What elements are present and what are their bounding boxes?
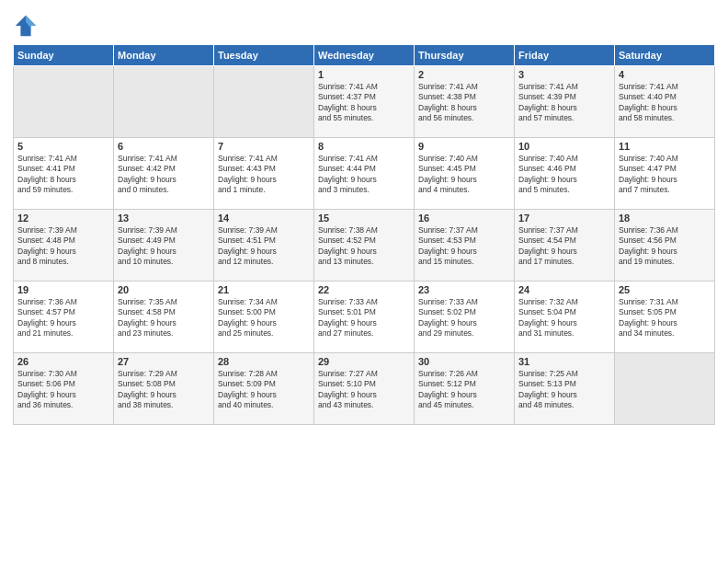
- cell-w2-d1: 5Sunrise: 7:41 AM Sunset: 4:41 PM Daylig…: [14, 138, 114, 210]
- day-number: 1: [318, 69, 410, 80]
- cell-w3-d7: 18Sunrise: 7:36 AM Sunset: 4:56 PM Dayli…: [615, 210, 715, 282]
- cell-w4-d6: 24Sunrise: 7:32 AM Sunset: 5:04 PM Dayli…: [515, 282, 615, 353]
- day-number: 21: [218, 284, 310, 295]
- day-number: 8: [318, 141, 410, 152]
- logo-icon: [13, 13, 39, 39]
- col-header-saturday: Saturday: [615, 45, 715, 66]
- day-number: 11: [619, 141, 711, 152]
- day-number: 2: [418, 69, 510, 80]
- cell-w5-d1: 26Sunrise: 7:30 AM Sunset: 5:06 PM Dayli…: [14, 353, 114, 425]
- day-number: 6: [118, 141, 210, 152]
- col-header-friday: Friday: [515, 45, 615, 66]
- day-info: Sunrise: 7:35 AM Sunset: 4:58 PM Dayligh…: [118, 297, 210, 339]
- day-number: 29: [318, 356, 410, 367]
- cell-w3-d5: 16Sunrise: 7:37 AM Sunset: 4:53 PM Dayli…: [415, 210, 515, 282]
- cell-w4-d3: 21Sunrise: 7:34 AM Sunset: 5:00 PM Dayli…: [214, 282, 314, 353]
- day-info: Sunrise: 7:40 AM Sunset: 4:47 PM Dayligh…: [619, 154, 711, 196]
- day-info: Sunrise: 7:39 AM Sunset: 4:49 PM Dayligh…: [118, 225, 210, 268]
- day-number: 18: [619, 213, 711, 224]
- cell-w5-d5: 30Sunrise: 7:26 AM Sunset: 5:12 PM Dayli…: [415, 353, 515, 425]
- day-number: 4: [619, 69, 711, 80]
- day-info: Sunrise: 7:36 AM Sunset: 4:57 PM Dayligh…: [17, 297, 109, 339]
- day-info: Sunrise: 7:39 AM Sunset: 4:48 PM Dayligh…: [17, 225, 109, 268]
- day-info: Sunrise: 7:41 AM Sunset: 4:38 PM Dayligh…: [418, 82, 510, 124]
- day-info: Sunrise: 7:33 AM Sunset: 5:02 PM Dayligh…: [418, 297, 510, 339]
- day-number: 30: [418, 356, 510, 367]
- day-info: Sunrise: 7:41 AM Sunset: 4:44 PM Dayligh…: [318, 154, 410, 196]
- day-number: 15: [318, 213, 410, 224]
- day-number: 31: [518, 356, 610, 367]
- day-info: Sunrise: 7:39 AM Sunset: 4:51 PM Dayligh…: [218, 225, 310, 268]
- day-number: 17: [518, 213, 610, 224]
- cell-w2-d5: 9Sunrise: 7:40 AM Sunset: 4:45 PM Daylig…: [415, 138, 515, 210]
- week-row-4: 19Sunrise: 7:36 AM Sunset: 4:57 PM Dayli…: [14, 282, 715, 353]
- day-info: Sunrise: 7:38 AM Sunset: 4:52 PM Dayligh…: [318, 225, 410, 268]
- cell-w4-d2: 20Sunrise: 7:35 AM Sunset: 4:58 PM Dayli…: [114, 282, 214, 353]
- day-info: Sunrise: 7:41 AM Sunset: 4:41 PM Dayligh…: [17, 154, 109, 196]
- day-info: Sunrise: 7:37 AM Sunset: 4:54 PM Dayligh…: [518, 225, 610, 268]
- cell-w4-d4: 22Sunrise: 7:33 AM Sunset: 5:01 PM Dayli…: [314, 282, 415, 353]
- col-header-thursday: Thursday: [415, 45, 515, 66]
- day-number: 14: [218, 213, 310, 224]
- col-header-tuesday: Tuesday: [214, 45, 314, 66]
- day-info: Sunrise: 7:41 AM Sunset: 4:43 PM Dayligh…: [218, 154, 310, 196]
- day-info: Sunrise: 7:33 AM Sunset: 5:01 PM Dayligh…: [318, 297, 410, 339]
- day-number: 13: [118, 213, 210, 224]
- cell-w1-d2: [114, 66, 214, 138]
- day-info: Sunrise: 7:41 AM Sunset: 4:39 PM Dayligh…: [518, 82, 610, 124]
- cell-w3-d6: 17Sunrise: 7:37 AM Sunset: 4:54 PM Dayli…: [515, 210, 615, 282]
- day-number: 5: [17, 141, 109, 152]
- cell-w3-d2: 13Sunrise: 7:39 AM Sunset: 4:49 PM Dayli…: [114, 210, 214, 282]
- week-row-3: 12Sunrise: 7:39 AM Sunset: 4:48 PM Dayli…: [14, 210, 715, 282]
- day-info: Sunrise: 7:29 AM Sunset: 5:08 PM Dayligh…: [118, 369, 210, 411]
- cell-w5-d3: 28Sunrise: 7:28 AM Sunset: 5:09 PM Dayli…: [214, 353, 314, 425]
- day-number: 20: [118, 284, 210, 295]
- day-info: Sunrise: 7:41 AM Sunset: 4:40 PM Dayligh…: [619, 82, 711, 124]
- col-header-sunday: Sunday: [14, 45, 114, 66]
- day-info: Sunrise: 7:26 AM Sunset: 5:12 PM Dayligh…: [418, 369, 510, 411]
- day-number: 26: [17, 356, 109, 367]
- day-info: Sunrise: 7:40 AM Sunset: 4:46 PM Dayligh…: [518, 154, 610, 196]
- cell-w5-d7: [615, 353, 715, 425]
- cell-w1-d3: [214, 66, 314, 138]
- col-header-wednesday: Wednesday: [314, 45, 415, 66]
- day-number: 25: [619, 284, 711, 295]
- cell-w2-d2: 6Sunrise: 7:41 AM Sunset: 4:42 PM Daylig…: [114, 138, 214, 210]
- cell-w2-d3: 7Sunrise: 7:41 AM Sunset: 4:43 PM Daylig…: [214, 138, 314, 210]
- cell-w5-d4: 29Sunrise: 7:27 AM Sunset: 5:10 PM Dayli…: [314, 353, 415, 425]
- week-row-2: 5Sunrise: 7:41 AM Sunset: 4:41 PM Daylig…: [14, 138, 715, 210]
- day-info: Sunrise: 7:27 AM Sunset: 5:10 PM Dayligh…: [318, 369, 410, 411]
- day-number: 3: [518, 69, 610, 80]
- col-header-monday: Monday: [114, 45, 214, 66]
- day-info: Sunrise: 7:41 AM Sunset: 4:42 PM Dayligh…: [118, 154, 210, 196]
- day-info: Sunrise: 7:41 AM Sunset: 4:37 PM Dayligh…: [318, 82, 410, 124]
- day-number: 12: [17, 213, 109, 224]
- day-number: 10: [518, 141, 610, 152]
- logo: [13, 13, 42, 39]
- cell-w1-d1: [14, 66, 114, 138]
- cell-w1-d6: 3Sunrise: 7:41 AM Sunset: 4:39 PM Daylig…: [515, 66, 615, 138]
- day-number: 24: [518, 284, 610, 295]
- calendar-table: SundayMondayTuesdayWednesdayThursdayFrid…: [13, 44, 715, 425]
- day-info: Sunrise: 7:28 AM Sunset: 5:09 PM Dayligh…: [218, 369, 310, 411]
- week-row-5: 26Sunrise: 7:30 AM Sunset: 5:06 PM Dayli…: [14, 353, 715, 425]
- day-number: 28: [218, 356, 310, 367]
- day-number: 22: [318, 284, 410, 295]
- cell-w1-d5: 2Sunrise: 7:41 AM Sunset: 4:38 PM Daylig…: [415, 66, 515, 138]
- day-number: 19: [17, 284, 109, 295]
- cell-w3-d3: 14Sunrise: 7:39 AM Sunset: 4:51 PM Dayli…: [214, 210, 314, 282]
- header-row: SundayMondayTuesdayWednesdayThursdayFrid…: [14, 45, 715, 66]
- week-row-1: 1Sunrise: 7:41 AM Sunset: 4:37 PM Daylig…: [14, 66, 715, 138]
- cell-w4-d1: 19Sunrise: 7:36 AM Sunset: 4:57 PM Dayli…: [14, 282, 114, 353]
- day-number: 9: [418, 141, 510, 152]
- day-info: Sunrise: 7:36 AM Sunset: 4:56 PM Dayligh…: [619, 225, 711, 268]
- cell-w2-d4: 8Sunrise: 7:41 AM Sunset: 4:44 PM Daylig…: [314, 138, 415, 210]
- page-container: SundayMondayTuesdayWednesdayThursdayFrid…: [0, 0, 728, 434]
- day-info: Sunrise: 7:25 AM Sunset: 5:13 PM Dayligh…: [518, 369, 610, 411]
- day-info: Sunrise: 7:37 AM Sunset: 4:53 PM Dayligh…: [418, 225, 510, 268]
- cell-w5-d6: 31Sunrise: 7:25 AM Sunset: 5:13 PM Dayli…: [515, 353, 615, 425]
- cell-w2-d6: 10Sunrise: 7:40 AM Sunset: 4:46 PM Dayli…: [515, 138, 615, 210]
- cell-w3-d1: 12Sunrise: 7:39 AM Sunset: 4:48 PM Dayli…: [14, 210, 114, 282]
- cell-w1-d7: 4Sunrise: 7:41 AM Sunset: 4:40 PM Daylig…: [615, 66, 715, 138]
- day-info: Sunrise: 7:31 AM Sunset: 5:05 PM Dayligh…: [619, 297, 711, 339]
